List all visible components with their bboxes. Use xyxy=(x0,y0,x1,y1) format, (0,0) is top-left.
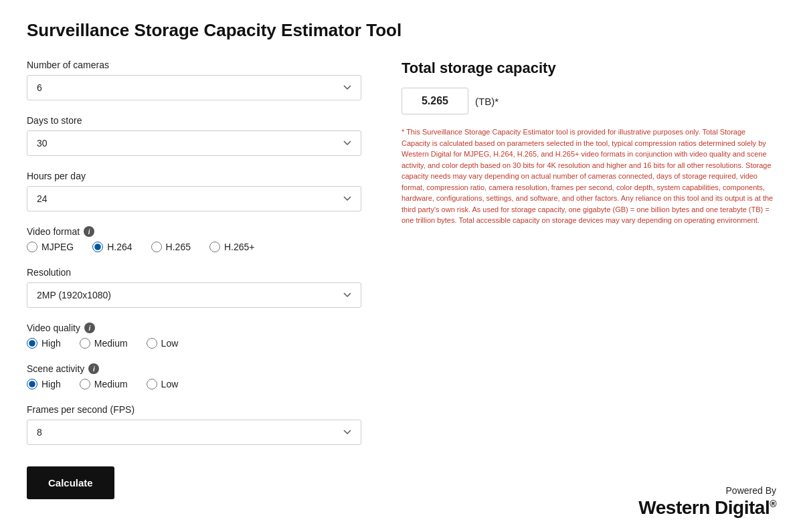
cameras-field: Number of cameras 6 1 2 3 4 5 8 10 12 16… xyxy=(27,60,361,100)
scene-activity-radio-group: High Medium Low xyxy=(27,379,361,389)
resolution-select[interactable]: 2MP (1920x1080) 4MP (2560x1440) 4K (3840… xyxy=(27,282,361,308)
video-quality-field: Video quality i High Medium Low xyxy=(27,323,361,349)
result-value-row: 5.265 (TB)* xyxy=(402,88,776,114)
scene-activity-medium[interactable]: Medium xyxy=(80,379,128,389)
video-format-h265plus[interactable]: H.265+ xyxy=(209,242,255,252)
days-label: Days to store xyxy=(27,115,361,126)
video-quality-medium[interactable]: Medium xyxy=(80,338,128,349)
video-quality-low-radio[interactable] xyxy=(147,338,157,349)
scene-activity-label: Scene activity i xyxy=(27,363,361,374)
result-unit: (TB)* xyxy=(475,96,499,107)
video-format-h264[interactable]: H.264 xyxy=(92,242,132,252)
video-quality-radio-group: High Medium Low xyxy=(27,338,361,349)
right-panel: Total storage capacity 5.265 (TB)* * Thi… xyxy=(402,60,776,226)
video-quality-low[interactable]: Low xyxy=(147,338,179,349)
video-quality-medium-radio[interactable] xyxy=(80,338,90,349)
days-field: Days to store 30 7 14 60 90 180 365 xyxy=(27,115,361,156)
disclaimer-text: * This Surveillance Storage Capacity Est… xyxy=(402,126,776,226)
video-format-h264-radio[interactable] xyxy=(92,242,103,252)
days-select[interactable]: 30 7 14 60 90 180 365 xyxy=(27,130,361,156)
hours-label: Hours per day xyxy=(27,171,361,181)
wd-logo-text: Western Digital xyxy=(638,497,770,518)
fps-label: Frames per second (FPS) xyxy=(27,404,361,415)
fps-field: Frames per second (FPS) 8 1 2 4 6 10 12 … xyxy=(27,404,361,445)
video-quality-high[interactable]: High xyxy=(27,338,61,349)
calculate-button[interactable]: Calculate xyxy=(27,466,114,499)
video-format-mjpeg[interactable]: MJPEG xyxy=(27,242,74,252)
scene-activity-high-radio[interactable] xyxy=(27,379,37,389)
scene-activity-medium-radio[interactable] xyxy=(80,379,90,389)
video-quality-info-icon[interactable]: i xyxy=(84,323,95,333)
scene-activity-low[interactable]: Low xyxy=(147,379,179,389)
hours-field: Hours per day 24 1 2 4 6 8 12 16 xyxy=(27,171,361,211)
fps-select[interactable]: 8 1 2 4 6 10 12 15 20 25 30 xyxy=(27,420,361,445)
hours-select[interactable]: 24 1 2 4 6 8 12 16 xyxy=(27,186,361,211)
video-format-field: Video format i MJPEG H.264 H.265 xyxy=(27,226,361,252)
scene-activity-low-radio[interactable] xyxy=(147,379,157,389)
result-title: Total storage capacity xyxy=(402,60,776,77)
resolution-field: Resolution 2MP (1920x1080) 4MP (2560x144… xyxy=(27,267,361,308)
result-value: 5.265 xyxy=(402,88,468,114)
cameras-label: Number of cameras xyxy=(27,60,361,70)
video-format-mjpeg-radio[interactable] xyxy=(27,242,37,252)
cameras-select[interactable]: 6 1 2 3 4 5 8 10 12 16 20 24 32 xyxy=(27,75,361,100)
wd-logo: Western Digital® xyxy=(638,497,776,519)
scene-activity-high[interactable]: High xyxy=(27,379,61,389)
video-format-info-icon[interactable]: i xyxy=(84,226,94,237)
video-format-h265[interactable]: H.265 xyxy=(151,242,191,252)
resolution-label: Resolution xyxy=(27,267,361,278)
video-quality-label: Video quality i xyxy=(27,323,361,333)
video-format-label: Video format i xyxy=(27,226,361,237)
video-format-radio-group: MJPEG H.264 H.265 H.265+ xyxy=(27,242,361,252)
powered-by-text: Powered By xyxy=(638,485,776,496)
video-format-h265-radio[interactable] xyxy=(151,242,162,252)
video-format-h265plus-radio[interactable] xyxy=(209,242,220,252)
video-quality-high-radio[interactable] xyxy=(27,338,37,349)
scene-activity-info-icon[interactable]: i xyxy=(88,363,99,374)
scene-activity-field: Scene activity i High Medium Low xyxy=(27,363,361,389)
wd-logo-dot: ® xyxy=(770,499,776,509)
page-title: Surveillance Storage Capacity Estimator … xyxy=(27,20,776,41)
left-panel: Number of cameras 6 1 2 3 4 5 8 10 12 16… xyxy=(27,60,361,499)
footer-brand: Powered By Western Digital® xyxy=(638,485,776,519)
